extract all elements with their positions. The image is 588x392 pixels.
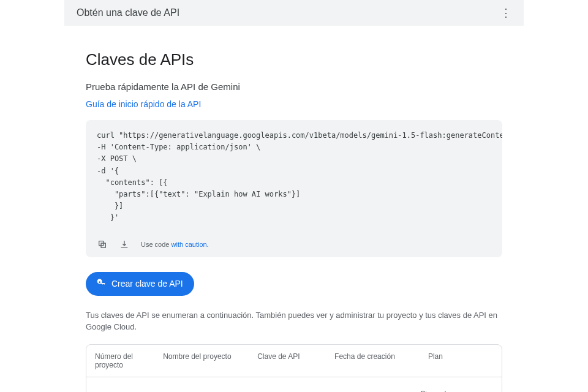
code-block: curl "https://generativelanguage.googlea… (86, 120, 502, 257)
th-plan: Plan (404, 352, 467, 369)
copy-icon[interactable] (97, 239, 108, 250)
main-content: Claves de APIs Prueba rápidamente la API… (0, 26, 588, 392)
quickstart-link[interactable]: Guía de inicio rápido de la API (86, 99, 201, 109)
more-menu-icon[interactable]: ⋮ (500, 6, 511, 20)
plan-free-label: Sin costo (404, 388, 467, 393)
code-content: curl "https://generativelanguage.googlea… (86, 120, 502, 234)
table-row: ...4694 Gemini API ...qO5Y 5 feb 2025 Si… (86, 377, 502, 393)
download-icon[interactable] (119, 239, 130, 250)
key-icon (97, 278, 107, 290)
th-created: Fecha de creación (325, 352, 404, 369)
plan-cell: Sin costo Configurar facturación Ver dat… (404, 388, 467, 393)
create-api-key-button[interactable]: Crear clave de API (86, 272, 194, 296)
api-keys-table: Número del proyecto Nombre del proyecto … (86, 344, 502, 393)
table-header: Número del proyecto Nombre del proyecto … (86, 345, 502, 377)
page-title: Claves de APIs (86, 50, 502, 69)
th-project-num: Número del proyecto (95, 352, 163, 369)
header-title: Obtén una clave de API (77, 7, 179, 18)
page-subtitle: Prueba rápidamente la API de Gemini (86, 81, 502, 92)
create-button-label: Crear clave de API (111, 279, 183, 288)
keys-description: Tus claves de API se enumeran a continua… (86, 309, 502, 333)
caution-text: Use code with caution. (141, 241, 209, 248)
code-footer: Use code with caution. (86, 234, 502, 257)
th-project-name: Nombre del proyecto (163, 352, 257, 369)
caution-link[interactable]: with caution. (172, 241, 209, 248)
header-bar: Obtén una clave de API ⋮ (64, 0, 524, 26)
th-api-key: Clave de API (257, 352, 325, 369)
